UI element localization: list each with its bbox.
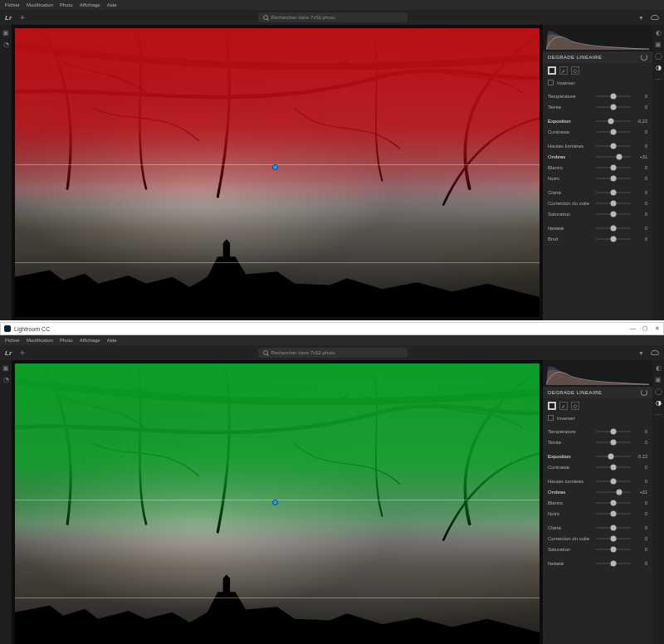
brush-icon[interactable] [559, 66, 568, 75]
window-maximize-icon[interactable]: ▢ [642, 325, 648, 332]
search-field[interactable]: Rechercher dans 7x52.photo [258, 12, 408, 22]
histogram[interactable] [543, 25, 652, 51]
slider-track[interactable] [596, 456, 631, 457]
photo-preview[interactable] [15, 28, 540, 317]
slider-track[interactable] [596, 491, 631, 493]
add-photo-icon[interactable]: ＋ [18, 349, 27, 357]
slider-track[interactable] [596, 106, 631, 108]
slider-track[interactable] [596, 481, 631, 482]
menu-item[interactable]: Photo [60, 2, 73, 7]
slider-track[interactable] [596, 131, 631, 133]
my-photos-icon[interactable]: ▣ [2, 30, 9, 37]
reset-icon[interactable] [641, 54, 647, 61]
window-minimize-icon[interactable]: — [630, 325, 636, 332]
slider-track[interactable] [596, 95, 631, 97]
healing-tab-icon[interactable]: ◯ [655, 388, 662, 395]
slider-track[interactable] [596, 466, 631, 468]
slider-knob[interactable] [611, 175, 617, 181]
shared-icon[interactable]: ◔ [2, 41, 9, 48]
slider-knob[interactable] [611, 464, 617, 470]
slider-track[interactable] [596, 167, 631, 168]
crop-tab-icon[interactable]: ▣ [655, 41, 662, 48]
slider-knob[interactable] [611, 93, 617, 99]
slider-track[interactable] [596, 502, 631, 504]
slider-knob[interactable] [611, 546, 617, 552]
slider-knob[interactable] [611, 535, 617, 541]
cloud-sync-icon[interactable] [651, 15, 659, 20]
slider-track[interactable] [596, 145, 631, 147]
menu-item[interactable]: Fichier [5, 2, 20, 7]
slider-track[interactable] [596, 156, 631, 158]
slider-track[interactable] [596, 213, 631, 215]
healing-tab-icon[interactable]: ◯ [655, 53, 662, 60]
gradient-line-bottom[interactable] [15, 598, 540, 598]
reset-icon[interactable] [641, 389, 647, 396]
slider-knob[interactable] [611, 236, 617, 242]
masking-tab-icon[interactable]: ◑ [655, 400, 662, 407]
slider-knob[interactable] [611, 189, 617, 195]
slider-track[interactable] [596, 527, 631, 529]
menu-item[interactable]: Affichage [80, 2, 100, 7]
cloud-sync-icon[interactable] [651, 350, 659, 355]
slider-knob[interactable] [611, 478, 617, 484]
slider-knob[interactable] [611, 510, 617, 516]
gradient-pin[interactable] [272, 164, 278, 170]
slider-knob[interactable] [616, 489, 622, 495]
slider-track[interactable] [596, 513, 631, 515]
more-icon[interactable]: ⋯ [655, 412, 662, 418]
slider-knob[interactable] [611, 428, 617, 434]
invert-checkbox[interactable] [548, 415, 554, 421]
gradient-line-bottom[interactable] [15, 262, 540, 263]
menu-item[interactable]: Aide [107, 2, 117, 7]
slider-track[interactable] [596, 238, 631, 240]
slider-knob[interactable] [616, 154, 622, 159]
slider-knob[interactable] [611, 560, 617, 566]
menu-item[interactable]: Modification [27, 2, 53, 7]
photo-preview[interactable] [15, 363, 540, 644]
slider-knob[interactable] [611, 200, 617, 206]
slider-track[interactable] [596, 563, 631, 564]
slider-track[interactable] [596, 120, 631, 122]
slider-knob[interactable] [611, 439, 617, 445]
slider-track[interactable] [596, 178, 631, 179]
slider-knob[interactable] [611, 164, 617, 170]
menu-item[interactable]: Aide [107, 338, 117, 343]
slider-knob[interactable] [611, 500, 617, 505]
slider-track[interactable] [596, 549, 631, 550]
crop-tab-icon[interactable]: ▣ [655, 377, 662, 383]
search-field[interactable]: Rechercher dans 7x52.photo [258, 348, 408, 358]
slider-track[interactable] [596, 442, 631, 443]
image-stage[interactable] [12, 360, 543, 644]
menu-item[interactable]: Photo [60, 338, 73, 343]
slider-knob[interactable] [611, 129, 617, 134]
add-photo-icon[interactable]: ＋ [18, 13, 27, 22]
filter-icon[interactable]: ▼ [638, 15, 644, 21]
slider-knob[interactable] [611, 225, 617, 231]
gradient-pin[interactable] [272, 500, 278, 505]
slider-knob[interactable] [608, 453, 614, 459]
filter-icon[interactable]: ▼ [638, 350, 644, 356]
histogram[interactable] [543, 360, 652, 387]
image-stage[interactable] [12, 25, 543, 320]
slider-knob[interactable] [611, 104, 617, 110]
menu-item[interactable]: Modification [27, 338, 53, 343]
menu-item[interactable]: Fichier [5, 338, 20, 343]
my-photos-icon[interactable]: ▣ [2, 365, 9, 372]
slider-knob[interactable] [611, 211, 617, 217]
slider-track[interactable] [596, 202, 631, 204]
slider-knob[interactable] [611, 143, 617, 149]
slider-knob[interactable] [611, 524, 617, 530]
edit-tab-icon[interactable]: ◐ [655, 30, 662, 37]
erase-icon[interactable] [571, 402, 579, 410]
slider-track[interactable] [596, 538, 631, 539]
invert-checkbox[interactable] [548, 80, 554, 85]
erase-icon[interactable] [571, 66, 579, 75]
slider-track[interactable] [596, 431, 631, 432]
mask-new-icon[interactable] [548, 402, 556, 410]
edit-tab-icon[interactable]: ◐ [655, 365, 662, 372]
menu-item[interactable]: Affichage [80, 338, 100, 343]
slider-track[interactable] [596, 192, 631, 193]
window-close-icon[interactable]: ✕ [655, 325, 660, 332]
more-icon[interactable]: ⋯ [655, 76, 662, 83]
slider-knob[interactable] [608, 118, 614, 124]
